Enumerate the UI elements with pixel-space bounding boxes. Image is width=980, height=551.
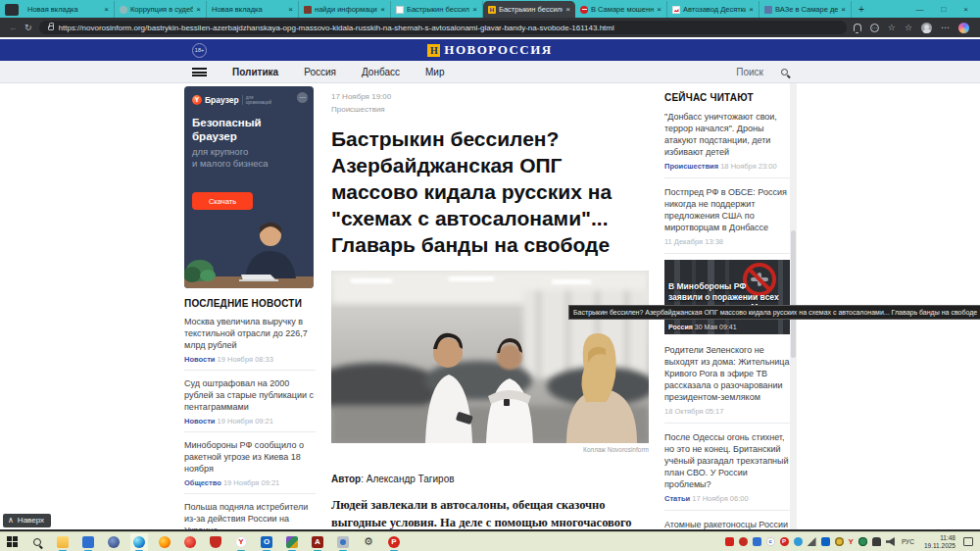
reading-list-item[interactable]: Атомные ракетоносцы России переброшены и… [664,511,792,529]
news-list-item[interactable]: Польша подняла истребители из-за действи… [184,494,316,529]
window-close-button[interactable]: × [963,5,968,14]
new-tab-button[interactable]: + [854,4,869,15]
back-icon[interactable]: ← [9,23,18,32]
site-logo[interactable]: Н НОВОРОССИЯ [0,39,980,61]
winrar-app-icon[interactable] [285,535,299,549]
tab-close-icon[interactable]: × [288,5,293,14]
browser-menu-icon[interactable]: ⋯ [941,24,950,32]
copilot-icon[interactable] [958,23,969,33]
windows-tray-icon[interactable] [821,537,830,546]
latest-news-title: ПОСЛЕДНИЕ НОВОСТИ [184,298,316,309]
news-list-item[interactable]: Суд оштрафовал на 2000 рублей за старые … [184,371,316,432]
news-item-category[interactable]: Новости [184,355,215,364]
article-category[interactable]: Происшествия [331,105,649,114]
emblem-app-icon[interactable] [107,535,121,549]
globe-tray-icon[interactable] [858,537,867,546]
tray-app-icon[interactable]: P [780,537,789,546]
start-button[interactable] [5,535,19,549]
telegram-tray-icon[interactable] [794,537,803,546]
lock-icon [48,25,54,30]
browser-tab[interactable]: Бастрыкин бессилен? × [391,1,483,18]
news-item-category[interactable]: Общество [184,478,221,487]
author-name[interactable]: Александр Тагиров [367,474,455,484]
back-to-top-button[interactable]: ∧ Наверх [3,514,51,527]
reading-item-category[interactable]: Россия [668,324,693,330]
browser-tab[interactable]: Коррупция в судеб... × [115,1,207,18]
news-item-category[interactable]: Новости [184,417,215,426]
file-explorer-icon[interactable] [56,535,70,549]
refresh-icon[interactable]: ↻ [24,23,32,32]
reading-item-category[interactable]: Статьи [664,494,690,503]
tab-close-icon[interactable]: × [657,5,662,14]
clock-tray-icon[interactable] [835,537,844,546]
tab-close-icon[interactable]: × [380,5,385,14]
browser-tab[interactable]: Новая вкладка × [207,1,299,18]
tray-app-icon[interactable] [725,537,734,546]
nav-item-politika[interactable]: Политика [232,67,278,77]
news-list-item[interactable]: Минобороны РФ сообщило о ракетной угрозе… [184,432,316,494]
alice-app-icon[interactable] [183,535,197,549]
browser-tab[interactable]: Новая вкладка × [23,1,115,18]
tray-camera-app-icon[interactable] [753,537,761,546]
content-scrollbar-thumb[interactable] [791,230,796,358]
ad-download-button[interactable]: Скачать [192,192,253,210]
acrobat-app-icon[interactable]: A [311,535,324,549]
language-indicator[interactable]: РУС [900,538,916,545]
security-shield-icon[interactable] [209,535,222,549]
tray-app-icon[interactable] [739,537,748,546]
reading-image-card[interactable]: В Минобороны РФ заявили о поражении всех… [664,260,792,334]
reading-list-item[interactable]: Родители Зеленского не выходят из дома: … [664,336,792,424]
browser-tab[interactable]: Автозавод Десятки... × [667,1,760,18]
news-list-item[interactable]: Москва увеличила выручку в текстильной о… [184,309,316,371]
search-label[interactable]: Поиск [736,67,763,77]
tab-close-icon[interactable]: × [841,5,846,14]
favorites-star-icon[interactable]: ☆ [888,24,896,32]
browser-tab[interactable]: В Самаре мошенники... × [575,1,667,18]
reading-list-item[interactable]: "Донбасс уничтожают свои, террор начался… [664,103,792,178]
tab-close-icon[interactable]: × [196,5,201,14]
photos-app-icon[interactable] [81,535,95,549]
ad-brand-note: дляорганизаций [242,95,271,105]
network-icon[interactable] [808,537,816,546]
tab-close-icon[interactable]: × [472,5,477,14]
yandex-browser-ad[interactable]: Y Браузер дляорганизаций ⋯ Безопасныйбра… [184,86,314,288]
profile-avatar[interactable] [921,23,932,33]
edge-browser-icon[interactable] [132,535,146,549]
chevron-up-icon: ∧ [8,516,14,525]
ad-info-icon[interactable]: ⋯ [297,92,308,103]
browser-tab[interactable]: ВАЗе в Самаре десят... × [760,1,852,18]
notification-center-button[interactable] [963,537,973,546]
browser-tab-active[interactable]: Н Бастрыкин бессилен... × [483,1,575,18]
tab-close-icon[interactable]: × [565,5,570,14]
volume-icon[interactable] [886,537,895,546]
url-field[interactable]: https://novorosinform.org/bastrykin-bess… [39,21,847,34]
window-restore-button[interactable]: □ [941,5,946,14]
clock-display[interactable]: 11:48 19.11.2025 [921,534,958,549]
reading-list-item[interactable]: Постпред РФ в ОБСЕ: Россия никогда не по… [664,178,792,254]
firefox-browser-icon[interactable] [158,535,172,549]
nav-item-mir[interactable]: Мир [425,67,444,77]
reading-list-item[interactable]: После Одессы огонь стихнет, но это не ко… [664,424,792,511]
media-player-app-icon[interactable] [336,535,350,549]
browser-tab[interactable]: найди информацию о... × [299,1,391,18]
reading-item-category[interactable]: Происшествия [664,162,718,171]
menu-burger-icon[interactable] [192,68,207,76]
search-icon[interactable] [781,69,788,75]
tab-close-icon[interactable]: × [749,5,754,14]
taskbar-search-icon[interactable] [30,535,44,549]
nav-item-donbass[interactable]: Донбасс [362,67,400,77]
yandex-browser-icon[interactable]: Y [234,535,248,549]
camera-tray-icon[interactable] [872,537,881,546]
window-minimize-button[interactable]: — [915,5,923,14]
settings-gear-icon[interactable]: ⚙ [362,535,375,549]
tab-overview-button[interactable] [5,4,19,16]
yandex-tray-icon[interactable]: Y [849,537,854,546]
tray-app-icon[interactable]: c [766,537,775,546]
nav-item-rossiya[interactable]: Россия [304,67,336,77]
collections-icon[interactable]: ☆ [905,24,912,32]
tab-close-icon[interactable]: × [104,5,109,14]
outlook-app-icon[interactable]: O [260,535,273,549]
p-app-icon[interactable]: P [387,535,401,549]
notifications-bell-icon[interactable] [854,24,861,31]
extensions-icon[interactable]: ⋯ [870,24,879,32]
